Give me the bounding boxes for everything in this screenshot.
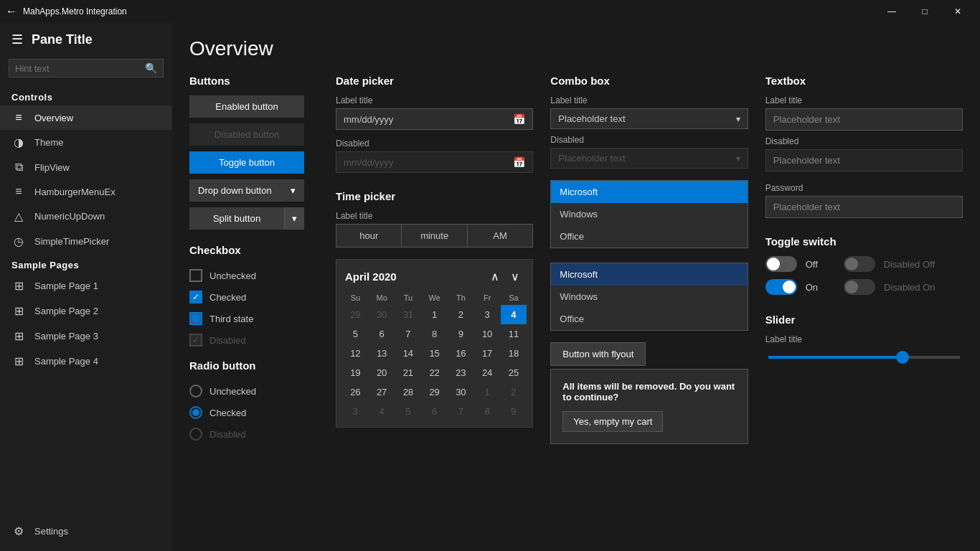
flyout-confirm-button[interactable]: Yes, empty my cart — [562, 411, 663, 432]
calendar-day[interactable]: 20 — [369, 363, 395, 382]
checkbox-third-box[interactable] — [189, 312, 202, 325]
calendar-day[interactable]: 9 — [501, 402, 527, 421]
combo-item-office-2[interactable]: Office — [551, 308, 747, 330]
calendar-day[interactable]: 5 — [395, 402, 422, 421]
calendar-day[interactable]: 31 — [395, 305, 422, 324]
maximize-button[interactable]: □ — [908, 0, 941, 23]
sidebar-item-sample1[interactable]: ⊞ Sample Page 1 — [0, 273, 172, 298]
calendar-day[interactable]: 5 — [342, 324, 369, 344]
calendar-day[interactable]: 30 — [369, 305, 395, 324]
calendar-day[interactable]: 4 — [501, 305, 527, 324]
sidebar-item-hamburgermenuex[interactable]: ≡ HamburgerMenuEx — [0, 179, 172, 204]
slider-thumb[interactable] — [896, 351, 909, 364]
calendar-day[interactable]: 13 — [369, 344, 395, 363]
checkbox-disabled-box: ✓ — [189, 334, 202, 347]
checkbox-third[interactable]: Third state — [189, 308, 319, 329]
sidebar-item-sample3[interactable]: ⊞ Sample Page 3 — [0, 324, 172, 349]
calendar-day[interactable]: 10 — [474, 324, 501, 344]
calendar-day[interactable]: 14 — [395, 344, 422, 363]
settings-item[interactable]: ⚙ Settings — [0, 517, 172, 545]
calendar-day[interactable]: 8 — [421, 324, 448, 344]
split-button-arrow[interactable]: ▾ — [284, 207, 304, 230]
sidebar-item-simpletimepicker[interactable]: ◷ SimpleTimePicker — [0, 229, 172, 254]
sidebar-item-numericupdown[interactable]: △ NumericUpDown — [0, 204, 172, 229]
combo-item-office-1[interactable]: Office — [551, 225, 747, 248]
minimize-button[interactable]: — — [875, 0, 908, 23]
time-picker[interactable]: hour minute AM — [336, 224, 533, 248]
calendar-next-button[interactable]: ∨ — [507, 268, 524, 285]
search-input[interactable] — [15, 63, 145, 74]
calendar-day[interactable]: 7 — [395, 324, 422, 344]
split-button[interactable]: Split button ▾ — [189, 207, 304, 230]
minute-part[interactable]: minute — [402, 225, 467, 247]
sidebar-item-overview[interactable]: ≡ Overview — [0, 105, 172, 130]
checkbox-checked[interactable]: ✓ Checked — [189, 286, 319, 308]
combobox-label-title: Label title — [550, 95, 748, 105]
calendar-day[interactable]: 17 — [474, 344, 501, 363]
calendar-day[interactable]: 18 — [501, 344, 527, 363]
calendar-day[interactable]: 2 — [501, 382, 527, 402]
calendar-day[interactable]: 9 — [448, 324, 474, 344]
combo-item-windows-2[interactable]: Windows — [551, 286, 747, 308]
close-button[interactable]: ✕ — [941, 0, 974, 23]
calendar-day[interactable]: 29 — [342, 305, 369, 324]
calendar-day[interactable]: 16 — [448, 344, 474, 363]
calendar-day[interactable]: 19 — [342, 363, 369, 382]
radio-unchecked[interactable]: Unchecked — [189, 380, 319, 402]
calendar-day[interactable]: 12 — [342, 344, 369, 363]
sidebar-item-sample4[interactable]: ⊞ Sample Page 4 — [0, 349, 172, 374]
hamburger-icon[interactable]: ☰ — [11, 32, 23, 47]
combo-item-windows-1[interactable]: Windows — [551, 203, 747, 225]
calendar-day[interactable]: 1 — [421, 305, 448, 324]
toggle-button[interactable]: Toggle button — [189, 151, 304, 174]
calendar-day[interactable]: 4 — [369, 402, 395, 421]
calendar-day[interactable]: 1 — [474, 382, 501, 402]
calendar-prev-button[interactable]: ∧ — [486, 268, 504, 285]
calendar-day[interactable]: 23 — [448, 363, 474, 382]
radio-unchecked-circle[interactable] — [189, 385, 202, 397]
calendar-day[interactable]: 3 — [342, 402, 369, 421]
sidebar-item-label-sample1: Sample Page 1 — [34, 281, 98, 291]
calendar-day[interactable]: 6 — [421, 402, 448, 421]
split-button-main[interactable]: Split button — [189, 207, 284, 230]
sidebar-item-theme[interactable]: ◑ Theme — [0, 130, 172, 155]
checkbox-checked-box[interactable]: ✓ — [189, 291, 202, 303]
ampm-part[interactable]: AM — [468, 225, 532, 247]
combo-item-microsoft-1[interactable]: Microsoft — [551, 181, 747, 203]
hour-part[interactable]: hour — [336, 225, 402, 247]
text-input-enabled[interactable] — [765, 108, 963, 131]
calendar-day[interactable]: 26 — [342, 382, 369, 402]
calendar-day[interactable]: 30 — [448, 382, 474, 402]
sidebar-item-flipview[interactable]: ⧉ FlipView — [0, 155, 172, 179]
flyout-button[interactable]: Button with flyout — [550, 342, 646, 366]
enabled-button[interactable]: Enabled button — [189, 95, 304, 118]
calendar-day[interactable]: 27 — [369, 382, 395, 402]
radio-checked-circle[interactable] — [189, 406, 202, 419]
calendar-day[interactable]: 29 — [421, 382, 448, 402]
combo-select-enabled[interactable]: Placeholder text ▾ — [550, 108, 748, 129]
calendar-day[interactable]: 15 — [421, 344, 448, 363]
calendar-day[interactable]: 8 — [474, 402, 501, 421]
radio-checked[interactable]: Checked — [189, 402, 319, 423]
password-input[interactable] — [765, 196, 963, 218]
dropdown-button[interactable]: Drop down button ▾ — [189, 179, 304, 202]
calendar-day[interactable]: 25 — [501, 363, 527, 382]
calendar-day[interactable]: 7 — [448, 402, 474, 421]
calendar-day[interactable]: 28 — [395, 382, 422, 402]
calendar-day[interactable]: 2 — [448, 305, 474, 324]
sidebar-item-sample2[interactable]: ⊞ Sample Page 2 — [0, 298, 172, 324]
calendar-day[interactable]: 6 — [369, 324, 395, 344]
calendar-day[interactable]: 21 — [395, 363, 422, 382]
calendar-day[interactable]: 22 — [421, 363, 448, 382]
calendar-day[interactable]: 3 — [474, 305, 501, 324]
calendar-day[interactable]: 24 — [474, 363, 501, 382]
date-input-enabled[interactable]: mm/dd/yyyy 📅 — [336, 108, 533, 130]
checkbox-unchecked-box[interactable] — [189, 269, 202, 282]
sidebar-search-box[interactable]: 🔍 — [9, 59, 164, 77]
back-button[interactable]: ← — [6, 5, 17, 18]
calendar-day[interactable]: 11 — [501, 324, 527, 344]
checkbox-unchecked[interactable]: Unchecked — [189, 265, 319, 286]
toggle-off-switch[interactable] — [765, 256, 797, 272]
toggle-on-switch[interactable] — [765, 279, 797, 295]
combo-item-microsoft-2[interactable]: Microsoft — [551, 263, 747, 286]
